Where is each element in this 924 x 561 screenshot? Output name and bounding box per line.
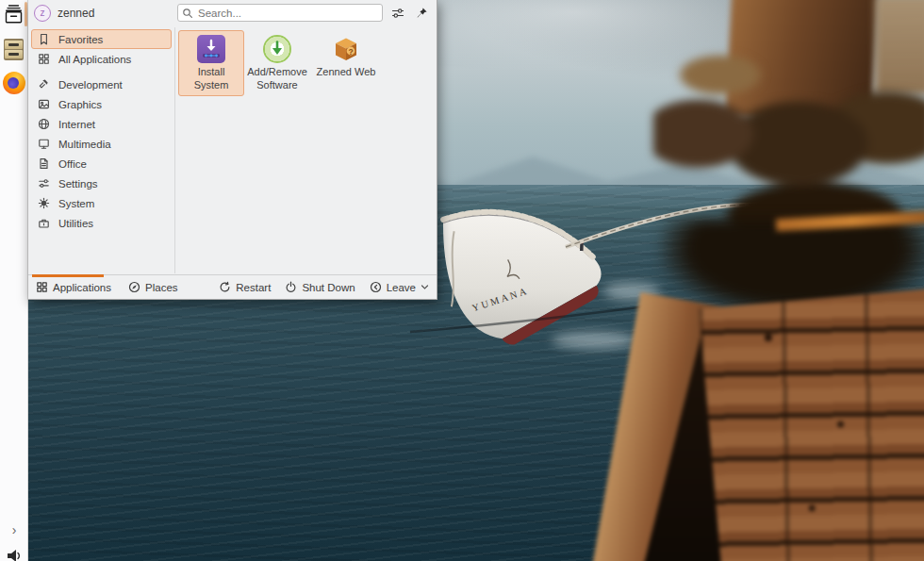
app-install-system[interactable]: Install System xyxy=(178,30,244,96)
active-tab-indicator xyxy=(32,274,104,277)
sidebar-item-system[interactable]: System xyxy=(31,193,172,213)
hammer-icon xyxy=(38,78,50,91)
app-zenned-web[interactable]: ? Zenned Web xyxy=(310,30,382,83)
app-label: Zenned Web xyxy=(317,66,376,79)
volume-button[interactable] xyxy=(6,548,23,561)
action-label: Restart xyxy=(236,282,271,293)
compass-icon xyxy=(128,281,140,293)
image-icon xyxy=(38,98,50,110)
grid-icon xyxy=(36,281,48,293)
file-manager-icon xyxy=(5,41,23,49)
ship-wood-foreground xyxy=(624,309,924,561)
sidebar-item-settings[interactable]: Settings xyxy=(31,173,172,193)
app-add-remove-software[interactable]: Add/Remove Software xyxy=(244,30,310,96)
sidebar-item-label: Graphics xyxy=(58,99,102,110)
tab-applications[interactable]: Applications xyxy=(36,281,111,293)
username: zenned xyxy=(58,7,94,20)
sliders-icon xyxy=(38,177,50,190)
sidebar-item-label: System xyxy=(58,198,94,209)
bookmark-icon xyxy=(38,33,50,45)
sidebar-item-development[interactable]: Development xyxy=(31,74,172,94)
document-icon xyxy=(38,157,50,170)
app-label: Add/Remove Software xyxy=(247,66,307,92)
application-menu-popup: z zenned xyxy=(28,0,437,300)
shutdown-button[interactable]: Shut Down xyxy=(285,281,355,293)
install-system-icon xyxy=(197,35,225,63)
grid-icon xyxy=(38,53,50,65)
tab-label: Applications xyxy=(53,282,111,293)
speaker-icon xyxy=(6,548,23,561)
sidebar-item-internet[interactable]: Internet xyxy=(31,114,172,134)
configure-button[interactable] xyxy=(389,5,406,22)
sidebar-item-label: Development xyxy=(58,79,123,91)
sidebar-item-all-applications[interactable]: All Applications xyxy=(31,49,172,69)
search-area xyxy=(175,4,437,23)
app-menu-button[interactable] xyxy=(2,2,25,26)
pin-button[interactable] xyxy=(413,5,430,22)
user-area[interactable]: z zenned xyxy=(28,5,175,22)
sidebar-item-label: All Applications xyxy=(58,54,131,65)
sidebar-item-multimedia[interactable]: Multimedia xyxy=(31,134,172,154)
firefox-icon xyxy=(8,77,19,89)
restart-button[interactable]: Restart xyxy=(219,281,271,293)
sidebar-item-label: Office xyxy=(58,158,87,170)
tab-places[interactable]: Places xyxy=(128,281,178,293)
sidebar-item-utilities[interactable]: Utilities xyxy=(31,213,172,233)
restart-icon xyxy=(219,281,231,293)
active-launcher-indicator xyxy=(25,2,27,26)
sidebar-item-label: Settings xyxy=(58,178,98,190)
svg-text:?: ? xyxy=(348,47,353,57)
leave-button[interactable]: Leave xyxy=(370,281,429,293)
power-icon xyxy=(285,281,297,293)
tab-label: Places xyxy=(145,282,178,293)
taskbar-panel: › xyxy=(0,0,28,561)
firefox-button[interactable] xyxy=(3,72,25,94)
category-sidebar: Favorites All Applications Development G… xyxy=(28,27,175,273)
chevron-down-icon xyxy=(421,283,429,291)
zenned-web-icon: ? xyxy=(332,35,360,63)
file-manager-button[interactable] xyxy=(4,39,24,60)
toolbox-icon xyxy=(38,217,50,229)
search-icon xyxy=(182,8,193,19)
search-input[interactable] xyxy=(177,4,383,22)
app-label: Install System xyxy=(181,66,241,92)
logout-icon xyxy=(370,281,382,293)
sidebar-item-label: Favorites xyxy=(58,34,103,45)
monitor-icon xyxy=(38,138,50,150)
menu-footer: Applications Places Restart Shut Down xyxy=(28,274,437,299)
sidebar-item-label: Multimedia xyxy=(58,139,111,150)
menu-header: z zenned xyxy=(28,0,437,25)
action-label: Leave xyxy=(387,282,416,293)
globe-icon xyxy=(38,118,50,130)
favorites-grid: Install System Add/Remove Software ? xyxy=(176,27,437,273)
sidebar-item-office[interactable]: Office xyxy=(31,154,172,173)
sidebar-item-graphics[interactable]: Graphics xyxy=(31,94,172,114)
avatar: z xyxy=(34,5,51,22)
app-menu-icon xyxy=(3,4,25,25)
configure-icon xyxy=(391,7,404,20)
gear-icon xyxy=(38,197,50,209)
add-remove-software-icon xyxy=(263,35,291,63)
session-actions: Restart Shut Down Leave xyxy=(219,281,429,293)
wood-planks xyxy=(699,289,924,561)
sidebar-item-label: Internet xyxy=(58,119,95,130)
tray-expander-button[interactable]: › xyxy=(0,523,28,536)
sidebar-item-label: Utilities xyxy=(58,218,93,229)
sidebar-item-favorites[interactable]: Favorites xyxy=(31,29,172,49)
pin-icon xyxy=(416,7,428,19)
action-label: Shut Down xyxy=(302,282,355,293)
